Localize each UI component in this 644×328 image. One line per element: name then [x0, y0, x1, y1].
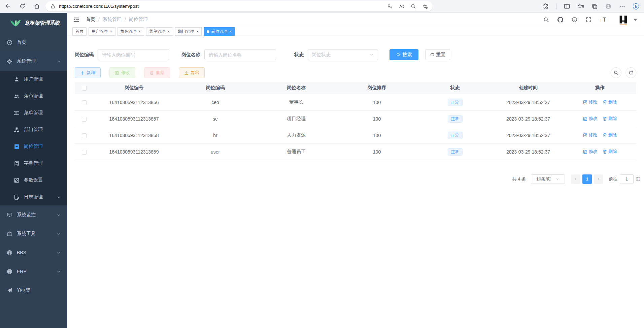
tab-dept-management[interactable]: 部门管理× — [175, 27, 202, 36]
split-screen-icon[interactable] — [564, 3, 570, 10]
row-edit-link[interactable]: 修改 — [583, 99, 598, 105]
cell-sort: 100 — [337, 94, 417, 110]
search-button[interactable]: 搜索 — [389, 49, 418, 60]
sidebar-item-label: 系统管理 — [17, 58, 36, 64]
row-checkbox[interactable] — [82, 100, 87, 105]
collapse-sidebar-icon[interactable] — [73, 17, 79, 23]
row-edit-label: 修改 — [589, 99, 598, 105]
close-tab-icon[interactable]: × — [167, 29, 170, 34]
sidebar-item-dict-management[interactable]: 字典管理 — [0, 155, 67, 172]
export-button[interactable]: 导出 — [179, 67, 205, 78]
table-row: 1641030593112313858hr人力资源100正常2023-03-29… — [75, 127, 636, 143]
row-checkbox[interactable] — [82, 133, 87, 138]
tab-home[interactable]: 首页 — [72, 27, 87, 36]
sidebar-item-role-management[interactable]: 角色管理 — [0, 88, 67, 104]
extensions-icon[interactable] — [542, 3, 549, 10]
row-checkbox[interactable] — [82, 150, 87, 155]
select-all-checkbox[interactable] — [82, 86, 87, 91]
sidebar-item-post-management[interactable]: 岗位管理 — [0, 138, 67, 155]
refresh-table-button[interactable] — [625, 67, 636, 78]
sidebar-item-label: 字典管理 — [24, 160, 43, 166]
row-delete-link[interactable]: 删除 — [603, 99, 617, 105]
zoom-out-icon[interactable] — [411, 4, 416, 9]
sidebar-item-label: 菜单管理 — [24, 110, 43, 116]
add-button[interactable]: 新增 — [75, 67, 101, 78]
tab-menu-management[interactable]: 菜单管理× — [146, 27, 173, 36]
reset-button[interactable]: 重置 — [425, 49, 450, 60]
github-icon[interactable] — [557, 17, 563, 23]
close-tab-icon[interactable]: × — [110, 29, 112, 34]
help-icon[interactable]: ? — [572, 17, 577, 23]
favorites-icon[interactable] — [577, 3, 584, 10]
address-bar[interactable]: https://ccnetcore.com:1101/system/post — [45, 1, 433, 11]
search-icon — [614, 70, 618, 75]
refresh-icon[interactable] — [19, 3, 26, 9]
chevron-right-icon — [597, 177, 601, 181]
sidebar-item-menu-management[interactable]: 菜单管理 — [0, 104, 67, 121]
more-icon[interactable] — [619, 3, 625, 10]
header-search-icon[interactable] — [543, 17, 549, 23]
edit-button[interactable]: 修改 — [109, 67, 135, 78]
delete-button[interactable]: 删除 — [144, 67, 170, 78]
user-avatar[interactable] — [617, 13, 630, 26]
add-favorite-icon[interactable] — [422, 4, 428, 9]
edit-icon — [583, 100, 587, 104]
post-name-input[interactable] — [204, 49, 276, 60]
row-edit-link[interactable]: 修改 — [583, 116, 598, 122]
page-size-select[interactable]: 10条/页 — [531, 174, 565, 184]
home-icon[interactable] — [34, 3, 40, 9]
cell-sort: 100 — [337, 143, 417, 160]
sidebar-item-home[interactable]: 首页 — [0, 33, 67, 52]
post-code-input[interactable] — [98, 49, 169, 60]
sidebar-item-log-management[interactable]: 日志管理 — [0, 189, 67, 205]
sidebar-item-system-management[interactable]: 系统管理 — [0, 52, 67, 71]
row-edit-link[interactable]: 修改 — [583, 149, 598, 155]
close-tab-icon[interactable]: × — [196, 29, 199, 34]
read-aloud-icon[interactable] — [399, 4, 404, 9]
svg-text:?: ? — [574, 18, 575, 21]
sidebar-item-system-tools[interactable]: 系统工具 — [0, 224, 67, 243]
breadcrumb-home[interactable]: 首页 — [86, 17, 95, 23]
tab-user-management[interactable]: 用户管理× — [89, 27, 115, 36]
row-checkbox[interactable] — [82, 117, 87, 122]
status-select[interactable]: 岗位状态 — [308, 49, 378, 60]
url-text[interactable]: https://ccnetcore.com:1101/system/post — [59, 4, 384, 9]
sidebar-item-system-monitor[interactable]: 系统监控 — [0, 205, 67, 224]
tab-post-management[interactable]: 岗位管理× — [204, 27, 235, 36]
page-1-button[interactable]: 1 — [582, 174, 592, 184]
close-tab-icon[interactable]: × — [139, 29, 141, 34]
sidebar-item-label: 部门管理 — [24, 127, 43, 133]
user-avatar-menu[interactable] — [617, 13, 638, 26]
row-delete-link[interactable]: 删除 — [603, 149, 617, 155]
row-delete-link[interactable]: 删除 — [603, 116, 617, 122]
copilot-icon[interactable]: b — [633, 3, 639, 10]
goto-page-input[interactable] — [620, 174, 634, 184]
chevron-down-icon — [57, 251, 61, 255]
cell-code: hr — [175, 127, 256, 143]
column-header: 岗位编号 — [93, 82, 175, 94]
row-delete-link[interactable]: 删除 — [603, 132, 617, 138]
sidebar-item-dept-management[interactable]: 部门管理 — [0, 121, 67, 138]
chevron-down-icon — [57, 195, 61, 199]
font-size-icon[interactable]: TT — [600, 17, 607, 23]
tab-role-management[interactable]: 角色管理× — [117, 27, 144, 36]
sidebar-item-label: 用户管理 — [24, 76, 43, 82]
fullscreen-icon[interactable] — [586, 17, 591, 23]
sidebar-item-user-management[interactable]: 用户管理 — [0, 71, 67, 88]
sidebar-item-bbs[interactable]: BBS — [0, 243, 67, 262]
sidebar-item-param-settings[interactable]: 参数设置 — [0, 172, 67, 189]
prev-page-button[interactable] — [571, 174, 580, 184]
profile-avatar[interactable] — [605, 3, 612, 10]
sidebar-item-erp[interactable]: ERP — [0, 262, 67, 281]
collections-icon[interactable] — [591, 3, 598, 10]
next-page-button[interactable] — [594, 174, 603, 184]
cell-id: 1641030593112313859 — [93, 143, 175, 160]
close-tab-icon[interactable]: × — [229, 29, 232, 34]
tab-label: 首页 — [75, 29, 83, 34]
back-icon[interactable] — [5, 3, 11, 9]
trash-icon — [149, 71, 154, 75]
password-key-icon[interactable] — [387, 4, 393, 9]
row-edit-link[interactable]: 修改 — [583, 132, 598, 138]
toggle-search-button[interactable] — [611, 67, 621, 78]
sidebar-item-yi-framework[interactable]: Yi框架 — [0, 281, 67, 300]
